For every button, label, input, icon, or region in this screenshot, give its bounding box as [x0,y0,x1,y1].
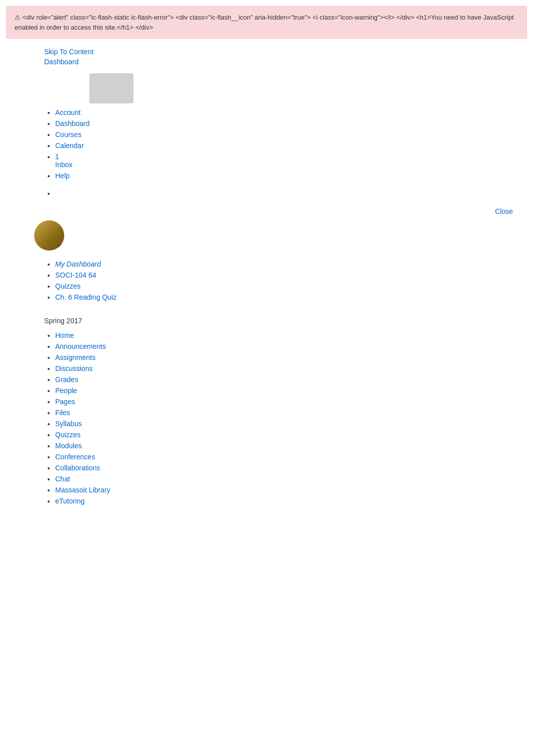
breadcrumb-item-course[interactable]: SOCI-104 64 [55,270,533,281]
breadcrumb-link-dashboard[interactable]: My Dashboard [55,260,101,268]
account-link[interactable]: Account [55,108,81,116]
dashboard-nav-item[interactable]: Dashboard [55,118,533,129]
course-nav-conferences[interactable]: Conferences [55,451,533,462]
account-avatar [89,73,134,103]
course-nav-modules-link[interactable]: Modules [55,442,82,450]
course-nav-people[interactable]: People [55,385,533,396]
course-nav-assignments[interactable]: Assignments [55,352,533,363]
course-nav-files[interactable]: Files [55,407,533,418]
courses-nav-link[interactable]: Courses [55,131,81,139]
dashboard-top-link[interactable]: Dashboard [0,57,533,72]
course-nav-assignments-link[interactable]: Assignments [55,353,95,361]
warning-icon: ⚠ [15,14,23,21]
dashboard-nav-link[interactable]: Dashboard [55,119,90,128]
section-label: Spring 2017 [0,307,533,330]
course-nav-pages[interactable]: Pages [55,396,533,407]
course-nav-quizzes[interactable]: Quizzes [55,429,533,440]
course-nav-grades[interactable]: Grades [55,374,533,385]
empty-nav-list [0,189,533,197]
course-nav-home-link[interactable]: Home [55,331,74,339]
flash-error-banner: ⚠ <div role="alert" class="ic-flash-stat… [6,6,527,39]
empty-nav-item [55,189,533,197]
help-nav-item[interactable]: Help [55,170,533,181]
course-nav-home[interactable]: Home [55,330,533,341]
user-avatar: 1 [34,220,64,250]
inbox-nav-link[interactable]: Inbox [55,161,72,169]
course-nav-library[interactable]: Massasoit Library [55,484,533,495]
breadcrumb-item-dashboard[interactable]: My Dashboard [55,259,533,270]
course-nav-chat-link[interactable]: Chat [55,475,70,483]
calendar-nav-link[interactable]: Calendar [55,142,84,150]
help-nav-link[interactable]: Help [55,172,70,180]
course-nav-conferences-link[interactable]: Conferences [55,453,95,461]
skip-to-content-link[interactable]: Skip To Content [0,45,533,57]
course-nav-etutoring-link[interactable]: eTutoring [55,497,85,505]
user-avatar-badge: 1 [59,244,64,250]
course-nav-syllabus-link[interactable]: Syllabus [55,420,82,428]
course-nav-announcements[interactable]: Announcements [55,341,533,352]
breadcrumb-link-quizzes[interactable]: Quizzes [55,282,81,290]
course-nav-modules[interactable]: Modules [55,440,533,451]
course-nav-discussions[interactable]: Discussions [55,363,533,374]
account-avatar-item [45,72,533,105]
course-nav-files-link[interactable]: Files [55,409,70,417]
course-nav-people-link[interactable]: People [55,387,77,395]
course-nav-etutoring[interactable]: eTutoring [55,495,533,507]
course-nav-syllabus[interactable]: Syllabus [55,418,533,429]
inbox-nav-item[interactable]: 1 Inbox [55,151,533,170]
global-nav-list: Account Dashboard Courses Calendar 1 Inb… [0,72,533,181]
breadcrumb-nav: My Dashboard SOCI-104 64 Quizzes Ch. 6 R… [0,259,533,303]
course-nav-quizzes-link[interactable]: Quizzes [55,431,81,439]
course-nav-discussions-link[interactable]: Discussions [55,364,93,372]
user-section: 1 [0,220,533,250]
close-area: Close [0,207,533,215]
breadcrumb-link-course[interactable]: SOCI-104 64 [55,271,96,279]
close-button[interactable]: Close [495,207,513,215]
breadcrumb-link-quiz[interactable]: Ch. 6 Reading Quiz [55,293,116,301]
course-nav-announcements-link[interactable]: Announcements [55,342,106,350]
account-nav-item[interactable]: Account [55,107,533,118]
course-nav-grades-link[interactable]: Grades [55,375,78,384]
inbox-badge-link[interactable]: 1 [55,153,59,161]
course-nav-pages-link[interactable]: Pages [55,398,75,406]
courses-nav-item[interactable]: Courses [55,129,533,140]
calendar-nav-item[interactable]: Calendar [55,140,533,151]
course-nav-collaborations[interactable]: Collaborations [55,462,533,473]
course-nav-list: Home Announcements Assignments Discussio… [0,330,533,507]
course-nav-collaborations-link[interactable]: Collaborations [55,464,100,472]
breadcrumb-item-quizzes[interactable]: Quizzes [55,281,533,292]
course-nav-chat[interactable]: Chat [55,473,533,484]
breadcrumb-item-quiz[interactable]: Ch. 6 Reading Quiz [55,292,533,303]
course-nav-library-link[interactable]: Massasoit Library [55,486,110,494]
